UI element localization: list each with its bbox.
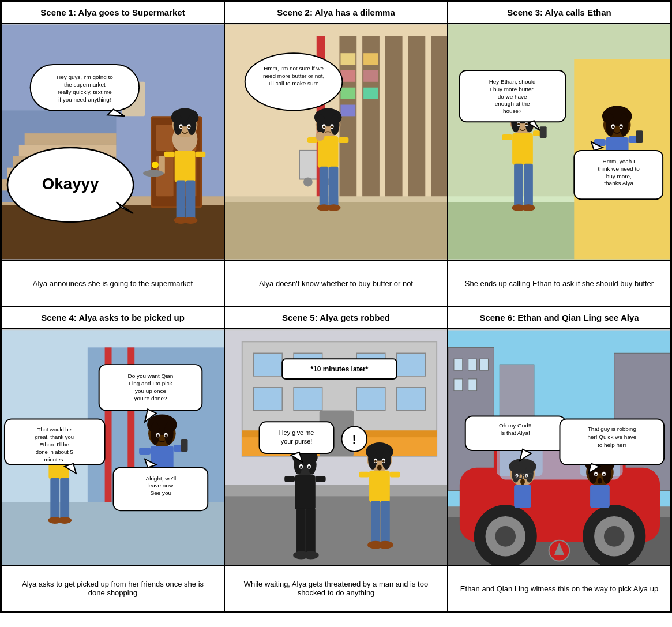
svg-point-205 bbox=[308, 466, 310, 468]
scene2-image: Hmm, I'm not sure if we need more butter… bbox=[224, 24, 448, 260]
svg-text:Ethan. I'll be: Ethan. I'll be bbox=[40, 441, 69, 448]
scene2-caption: Alya doesn't know whether to buy butter … bbox=[224, 260, 448, 306]
scene5-image: *10 minutes later* Hey give me your purs… bbox=[224, 329, 448, 565]
svg-text:Oh my God!!: Oh my God!! bbox=[499, 422, 531, 429]
svg-rect-226 bbox=[369, 471, 390, 502]
svg-text:leave now.: leave now. bbox=[147, 482, 174, 489]
svg-rect-229 bbox=[371, 501, 380, 543]
svg-text:Alright, we'll: Alright, we'll bbox=[146, 475, 177, 482]
svg-rect-185 bbox=[254, 353, 283, 376]
svg-text:do we have: do we have bbox=[498, 93, 527, 100]
svg-point-268 bbox=[516, 475, 518, 477]
svg-point-157 bbox=[157, 434, 159, 437]
svg-rect-27 bbox=[164, 152, 175, 157]
scene5-caption: While waiting, Alya gets threatened by a… bbox=[224, 565, 448, 611]
svg-point-15 bbox=[152, 162, 159, 168]
svg-rect-55 bbox=[340, 105, 355, 117]
svg-point-223 bbox=[374, 460, 377, 463]
svg-point-232 bbox=[377, 541, 393, 549]
svg-rect-75 bbox=[320, 167, 329, 207]
svg-text:Hey give me: Hey give me bbox=[279, 429, 314, 436]
svg-point-24 bbox=[180, 126, 182, 128]
scene3-header: Scene 3: Alya calls Ethan bbox=[448, 1, 671, 24]
svg-text:great, thank you: great, thank you bbox=[35, 434, 74, 440]
svg-text:Okayyy: Okayyy bbox=[42, 175, 99, 193]
svg-rect-135 bbox=[2, 502, 224, 565]
svg-point-270 bbox=[520, 479, 525, 485]
svg-text:you up once: you up once bbox=[135, 388, 166, 394]
svg-rect-160 bbox=[139, 448, 151, 455]
svg-rect-50 bbox=[408, 36, 426, 196]
svg-point-280 bbox=[598, 478, 602, 484]
svg-rect-206 bbox=[295, 475, 316, 510]
svg-point-69 bbox=[323, 126, 325, 128]
svg-rect-271 bbox=[514, 485, 531, 508]
svg-rect-29 bbox=[177, 180, 186, 220]
svg-rect-242 bbox=[454, 379, 463, 391]
scene3-image: Hey Ethan, should I buy more butter, do … bbox=[448, 24, 671, 260]
svg-text:think we need to: think we need to bbox=[598, 166, 640, 172]
svg-rect-176 bbox=[113, 468, 208, 510]
svg-rect-230 bbox=[381, 501, 390, 543]
svg-point-70 bbox=[331, 126, 333, 128]
scene5-header: Scene 5: Alya gets robbed bbox=[224, 306, 448, 329]
svg-rect-148 bbox=[60, 478, 69, 519]
svg-rect-30 bbox=[186, 180, 196, 220]
svg-rect-11 bbox=[156, 125, 174, 151]
svg-text:you're done?: you're done? bbox=[134, 395, 167, 401]
svg-text:Hey guys, I'm going to: Hey guys, I'm going to bbox=[57, 74, 113, 80]
svg-text:to help her!: to help her! bbox=[598, 442, 626, 448]
svg-rect-98 bbox=[502, 134, 512, 140]
scene2-header: Scene 2: Alya has a dilemma bbox=[224, 1, 448, 24]
svg-rect-53 bbox=[340, 70, 355, 82]
svg-rect-26 bbox=[175, 151, 196, 182]
svg-rect-56 bbox=[363, 53, 378, 65]
svg-rect-191 bbox=[356, 388, 385, 411]
svg-rect-189 bbox=[254, 388, 283, 411]
svg-rect-49 bbox=[385, 36, 403, 196]
svg-rect-190 bbox=[294, 388, 322, 411]
svg-text:That guy is robbing: That guy is robbing bbox=[588, 426, 636, 432]
svg-rect-8 bbox=[25, 133, 117, 145]
svg-text:done in about 5: done in about 5 bbox=[36, 449, 73, 455]
svg-text:Hmm, yeah I: Hmm, yeah I bbox=[603, 158, 635, 164]
svg-rect-228 bbox=[390, 472, 400, 478]
svg-point-32 bbox=[184, 217, 198, 224]
svg-rect-101 bbox=[514, 164, 523, 207]
svg-point-34 bbox=[143, 170, 164, 177]
scene6-image: Oh my God!! Is that Alya! That guy is ro… bbox=[448, 329, 671, 565]
svg-text:if you need anything!: if you need anything! bbox=[58, 96, 111, 103]
svg-text:really quickly, text me: really quickly, text me bbox=[58, 89, 112, 95]
svg-point-212 bbox=[303, 551, 319, 560]
svg-point-118 bbox=[612, 126, 614, 128]
svg-point-204 bbox=[300, 466, 302, 468]
scene4-header: Scene 4: Alya asks to be picked up bbox=[1, 306, 224, 329]
svg-rect-194 bbox=[225, 490, 447, 565]
svg-point-96 bbox=[525, 123, 528, 125]
scene1-header: Scene 1: Alya goes to Supermarket bbox=[1, 1, 224, 24]
svg-text:!: ! bbox=[352, 432, 356, 446]
svg-rect-73 bbox=[338, 137, 348, 143]
svg-point-150 bbox=[58, 517, 72, 524]
svg-rect-71 bbox=[318, 136, 339, 168]
scene3-caption: She ends up calling Ethan to ask if she … bbox=[448, 260, 671, 306]
svg-rect-241 bbox=[480, 359, 489, 370]
svg-rect-195 bbox=[225, 485, 447, 496]
svg-point-256 bbox=[604, 526, 625, 547]
scene1-caption: Alya announecs she is going to the super… bbox=[1, 260, 224, 306]
svg-text:*10 minutes later*: *10 minutes later* bbox=[311, 365, 369, 373]
svg-text:thanks Alya: thanks Alya bbox=[604, 180, 633, 186]
svg-point-78 bbox=[327, 204, 341, 211]
svg-rect-76 bbox=[329, 167, 339, 207]
svg-text:I buy more butter,: I buy more butter, bbox=[490, 86, 535, 92]
svg-point-225 bbox=[377, 465, 382, 471]
svg-rect-102 bbox=[524, 164, 533, 207]
svg-point-279 bbox=[603, 474, 605, 476]
svg-text:minutes.: minutes. bbox=[44, 456, 65, 463]
svg-point-278 bbox=[595, 474, 597, 476]
svg-point-104 bbox=[521, 204, 535, 211]
svg-point-269 bbox=[525, 475, 527, 477]
scene1-image: Hey guys, I'm going to the supermarket r… bbox=[1, 24, 224, 260]
svg-rect-192 bbox=[397, 388, 426, 411]
svg-rect-58 bbox=[363, 88, 378, 99]
